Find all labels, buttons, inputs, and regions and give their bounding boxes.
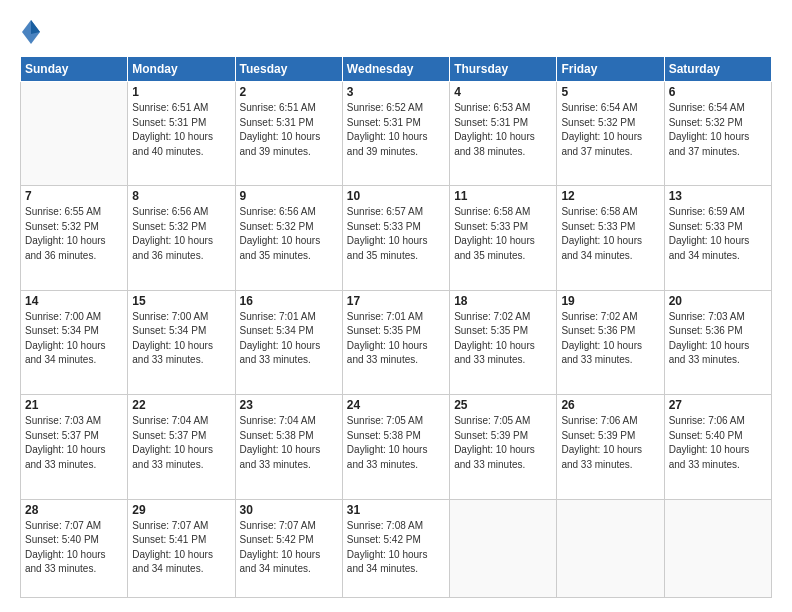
calendar-cell: 6Sunrise: 6:54 AM Sunset: 5:32 PM Daylig… — [664, 82, 771, 186]
day-info: Sunrise: 7:08 AM Sunset: 5:42 PM Dayligh… — [347, 519, 445, 577]
day-number: 10 — [347, 189, 445, 203]
week-row-3: 14Sunrise: 7:00 AM Sunset: 5:34 PM Dayli… — [21, 290, 772, 394]
calendar-cell — [664, 499, 771, 597]
day-info: Sunrise: 6:54 AM Sunset: 5:32 PM Dayligh… — [669, 101, 767, 159]
day-info: Sunrise: 6:55 AM Sunset: 5:32 PM Dayligh… — [25, 205, 123, 263]
week-row-5: 28Sunrise: 7:07 AM Sunset: 5:40 PM Dayli… — [21, 499, 772, 597]
day-number: 11 — [454, 189, 552, 203]
day-info: Sunrise: 6:56 AM Sunset: 5:32 PM Dayligh… — [132, 205, 230, 263]
day-number: 5 — [561, 85, 659, 99]
day-info: Sunrise: 6:56 AM Sunset: 5:32 PM Dayligh… — [240, 205, 338, 263]
calendar-cell: 25Sunrise: 7:05 AM Sunset: 5:39 PM Dayli… — [450, 395, 557, 499]
day-number: 25 — [454, 398, 552, 412]
weekday-header-wednesday: Wednesday — [342, 57, 449, 82]
day-info: Sunrise: 6:51 AM Sunset: 5:31 PM Dayligh… — [132, 101, 230, 159]
day-number: 28 — [25, 503, 123, 517]
day-number: 23 — [240, 398, 338, 412]
day-info: Sunrise: 7:06 AM Sunset: 5:40 PM Dayligh… — [669, 414, 767, 472]
calendar-cell: 30Sunrise: 7:07 AM Sunset: 5:42 PM Dayli… — [235, 499, 342, 597]
calendar-cell: 11Sunrise: 6:58 AM Sunset: 5:33 PM Dayli… — [450, 186, 557, 290]
calendar-cell: 14Sunrise: 7:00 AM Sunset: 5:34 PM Dayli… — [21, 290, 128, 394]
day-number: 9 — [240, 189, 338, 203]
logo — [20, 18, 46, 46]
calendar-cell: 2Sunrise: 6:51 AM Sunset: 5:31 PM Daylig… — [235, 82, 342, 186]
day-info: Sunrise: 6:53 AM Sunset: 5:31 PM Dayligh… — [454, 101, 552, 159]
week-row-4: 21Sunrise: 7:03 AM Sunset: 5:37 PM Dayli… — [21, 395, 772, 499]
day-info: Sunrise: 6:54 AM Sunset: 5:32 PM Dayligh… — [561, 101, 659, 159]
day-info: Sunrise: 7:01 AM Sunset: 5:34 PM Dayligh… — [240, 310, 338, 368]
weekday-header-sunday: Sunday — [21, 57, 128, 82]
day-info: Sunrise: 6:59 AM Sunset: 5:33 PM Dayligh… — [669, 205, 767, 263]
day-info: Sunrise: 7:06 AM Sunset: 5:39 PM Dayligh… — [561, 414, 659, 472]
day-number: 27 — [669, 398, 767, 412]
calendar-cell: 19Sunrise: 7:02 AM Sunset: 5:36 PM Dayli… — [557, 290, 664, 394]
calendar-cell — [21, 82, 128, 186]
calendar-cell: 31Sunrise: 7:08 AM Sunset: 5:42 PM Dayli… — [342, 499, 449, 597]
day-number: 31 — [347, 503, 445, 517]
calendar-cell: 26Sunrise: 7:06 AM Sunset: 5:39 PM Dayli… — [557, 395, 664, 499]
calendar-cell: 4Sunrise: 6:53 AM Sunset: 5:31 PM Daylig… — [450, 82, 557, 186]
calendar-cell: 1Sunrise: 6:51 AM Sunset: 5:31 PM Daylig… — [128, 82, 235, 186]
weekday-header-saturday: Saturday — [664, 57, 771, 82]
calendar-cell: 28Sunrise: 7:07 AM Sunset: 5:40 PM Dayli… — [21, 499, 128, 597]
calendar-cell: 21Sunrise: 7:03 AM Sunset: 5:37 PM Dayli… — [21, 395, 128, 499]
day-info: Sunrise: 6:58 AM Sunset: 5:33 PM Dayligh… — [561, 205, 659, 263]
day-info: Sunrise: 7:03 AM Sunset: 5:36 PM Dayligh… — [669, 310, 767, 368]
day-number: 30 — [240, 503, 338, 517]
page: SundayMondayTuesdayWednesdayThursdayFrid… — [0, 0, 792, 612]
logo-icon — [20, 18, 42, 46]
day-info: Sunrise: 7:07 AM Sunset: 5:40 PM Dayligh… — [25, 519, 123, 577]
day-info: Sunrise: 7:00 AM Sunset: 5:34 PM Dayligh… — [25, 310, 123, 368]
calendar-cell: 9Sunrise: 6:56 AM Sunset: 5:32 PM Daylig… — [235, 186, 342, 290]
weekday-header-row: SundayMondayTuesdayWednesdayThursdayFrid… — [21, 57, 772, 82]
day-number: 29 — [132, 503, 230, 517]
calendar-cell: 24Sunrise: 7:05 AM Sunset: 5:38 PM Dayli… — [342, 395, 449, 499]
day-info: Sunrise: 7:07 AM Sunset: 5:41 PM Dayligh… — [132, 519, 230, 577]
day-number: 15 — [132, 294, 230, 308]
day-number: 4 — [454, 85, 552, 99]
day-info: Sunrise: 7:01 AM Sunset: 5:35 PM Dayligh… — [347, 310, 445, 368]
calendar-cell: 17Sunrise: 7:01 AM Sunset: 5:35 PM Dayli… — [342, 290, 449, 394]
day-number: 26 — [561, 398, 659, 412]
day-info: Sunrise: 6:57 AM Sunset: 5:33 PM Dayligh… — [347, 205, 445, 263]
day-number: 19 — [561, 294, 659, 308]
day-number: 7 — [25, 189, 123, 203]
day-number: 18 — [454, 294, 552, 308]
weekday-header-friday: Friday — [557, 57, 664, 82]
day-number: 17 — [347, 294, 445, 308]
day-info: Sunrise: 6:52 AM Sunset: 5:31 PM Dayligh… — [347, 101, 445, 159]
header — [20, 18, 772, 46]
calendar-cell: 18Sunrise: 7:02 AM Sunset: 5:35 PM Dayli… — [450, 290, 557, 394]
day-info: Sunrise: 7:04 AM Sunset: 5:38 PM Dayligh… — [240, 414, 338, 472]
weekday-header-tuesday: Tuesday — [235, 57, 342, 82]
day-number: 13 — [669, 189, 767, 203]
calendar-cell: 8Sunrise: 6:56 AM Sunset: 5:32 PM Daylig… — [128, 186, 235, 290]
day-info: Sunrise: 6:58 AM Sunset: 5:33 PM Dayligh… — [454, 205, 552, 263]
calendar-cell — [450, 499, 557, 597]
calendar-cell: 16Sunrise: 7:01 AM Sunset: 5:34 PM Dayli… — [235, 290, 342, 394]
calendar-cell: 13Sunrise: 6:59 AM Sunset: 5:33 PM Dayli… — [664, 186, 771, 290]
day-info: Sunrise: 7:05 AM Sunset: 5:38 PM Dayligh… — [347, 414, 445, 472]
day-info: Sunrise: 7:07 AM Sunset: 5:42 PM Dayligh… — [240, 519, 338, 577]
week-row-2: 7Sunrise: 6:55 AM Sunset: 5:32 PM Daylig… — [21, 186, 772, 290]
calendar-cell: 15Sunrise: 7:00 AM Sunset: 5:34 PM Dayli… — [128, 290, 235, 394]
calendar-cell: 22Sunrise: 7:04 AM Sunset: 5:37 PM Dayli… — [128, 395, 235, 499]
day-number: 24 — [347, 398, 445, 412]
day-number: 22 — [132, 398, 230, 412]
day-info: Sunrise: 7:02 AM Sunset: 5:36 PM Dayligh… — [561, 310, 659, 368]
calendar-table: SundayMondayTuesdayWednesdayThursdayFrid… — [20, 56, 772, 598]
day-info: Sunrise: 7:03 AM Sunset: 5:37 PM Dayligh… — [25, 414, 123, 472]
weekday-header-monday: Monday — [128, 57, 235, 82]
day-info: Sunrise: 7:00 AM Sunset: 5:34 PM Dayligh… — [132, 310, 230, 368]
calendar-cell — [557, 499, 664, 597]
day-number: 14 — [25, 294, 123, 308]
day-number: 12 — [561, 189, 659, 203]
day-number: 16 — [240, 294, 338, 308]
day-number: 6 — [669, 85, 767, 99]
calendar-cell: 20Sunrise: 7:03 AM Sunset: 5:36 PM Dayli… — [664, 290, 771, 394]
day-number: 8 — [132, 189, 230, 203]
day-info: Sunrise: 7:05 AM Sunset: 5:39 PM Dayligh… — [454, 414, 552, 472]
day-number: 2 — [240, 85, 338, 99]
day-number: 1 — [132, 85, 230, 99]
day-info: Sunrise: 7:04 AM Sunset: 5:37 PM Dayligh… — [132, 414, 230, 472]
